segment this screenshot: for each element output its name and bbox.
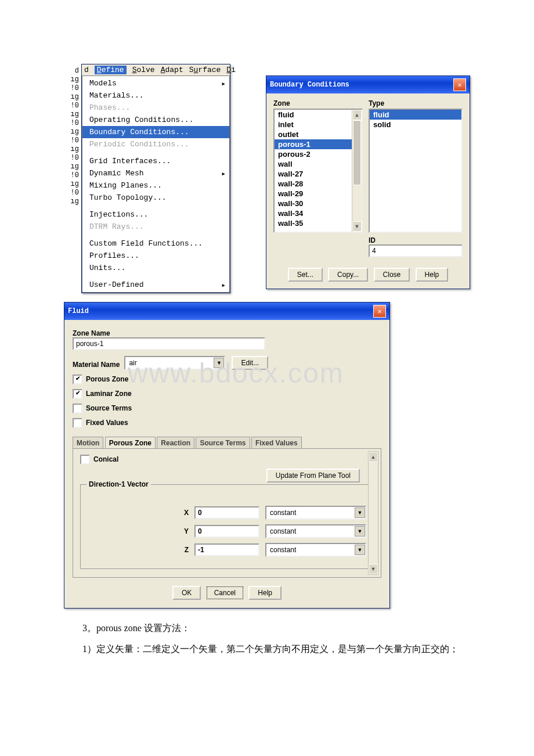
combo-value: constant bbox=[266, 546, 355, 554]
fixed-values-checkbox[interactable]: Fixed Values bbox=[73, 418, 381, 428]
menu-turbo-topology[interactable]: Turbo Topology... bbox=[82, 192, 229, 204]
chevron-down-icon[interactable]: ▼ bbox=[355, 545, 365, 555]
z-type-combo[interactable]: constant ▼ bbox=[265, 543, 366, 557]
menu-custom-field[interactable]: Custom Field Functions... bbox=[82, 237, 229, 250]
menu-units[interactable]: Units... bbox=[82, 262, 229, 274]
tab-source-terms[interactable]: Source Terms bbox=[196, 437, 250, 449]
titlebar: Fluid ✕ bbox=[64, 303, 389, 320]
conical-checkbox[interactable]: Conical bbox=[80, 455, 374, 465]
boundary-conditions-window: Boundary Conditions ✕ Zone fluidinletout… bbox=[266, 75, 470, 289]
y-type-combo[interactable]: constant ▼ bbox=[265, 524, 366, 538]
menu-boundary-conditions[interactable]: Boundary Conditions... bbox=[82, 126, 229, 138]
menu-models[interactable]: Models▸ bbox=[82, 77, 229, 89]
ok-button[interactable]: OK bbox=[172, 586, 201, 600]
menubar-adapt[interactable]: Adapt bbox=[161, 66, 183, 74]
menu-materials[interactable]: Materials... bbox=[82, 89, 229, 102]
window-title: Boundary Conditions bbox=[270, 81, 349, 89]
list-item[interactable]: wall-28 bbox=[275, 179, 362, 189]
direction-group: Update From Plane Tool Direction-1 Vecto… bbox=[80, 484, 374, 569]
edit-button[interactable]: Edit... bbox=[232, 356, 268, 370]
x-field[interactable] bbox=[194, 506, 259, 519]
titlebar: Boundary Conditions ✕ bbox=[266, 76, 470, 93]
x-type-combo[interactable]: constant ▼ bbox=[265, 506, 366, 520]
list-item[interactable]: wall-30 bbox=[275, 199, 362, 208]
id-label: ID bbox=[369, 236, 463, 244]
chevron-down-icon[interactable]: ▼ bbox=[355, 526, 365, 537]
menu-user-defined[interactable]: User-Defined▸ bbox=[82, 279, 229, 291]
menu-mixing-planes[interactable]: Mixing Planes... bbox=[82, 179, 229, 192]
y-label: Y bbox=[88, 527, 189, 535]
list-item[interactable]: wall-27 bbox=[275, 169, 362, 179]
gutter: dıg!0ıg!0ıg!0ıg!0ıg!0ıg!0ıg!0ıg bbox=[64, 64, 80, 302]
scrollbar[interactable]: ▲ ▼ bbox=[352, 110, 362, 232]
menubar-surface[interactable]: Surface bbox=[189, 66, 221, 74]
chevron-right-icon: ▸ bbox=[221, 169, 226, 178]
close-button[interactable]: Close bbox=[374, 268, 410, 282]
menu-grid-interfaces[interactable]: Grid Interfaces... bbox=[82, 155, 229, 167]
menu-profiles[interactable]: Profiles... bbox=[82, 250, 229, 262]
menubar-solve[interactable]: Solve bbox=[132, 66, 155, 74]
window-title: Fluid bbox=[68, 307, 89, 315]
menu-phases: Phases... bbox=[82, 102, 229, 114]
direction1-label: Direction-1 Vector bbox=[86, 480, 151, 488]
type-listbox[interactable]: fluidsolid bbox=[369, 109, 463, 233]
menubar[interactable]: d Define Solve Adapt Surface Di bbox=[82, 64, 230, 75]
material-name-combo[interactable]: air ▼ bbox=[124, 356, 225, 370]
copy-button[interactable]: Copy... bbox=[328, 268, 368, 282]
tab-motion[interactable]: Motion bbox=[73, 437, 103, 449]
scroll-down-icon[interactable]: ▼ bbox=[369, 564, 378, 574]
list-item[interactable]: porous-1 bbox=[275, 139, 362, 149]
porous-zone-checkbox[interactable]: ✔Porous Zone bbox=[73, 375, 381, 384]
set-button[interactable]: Set... bbox=[288, 268, 323, 282]
update-from-plane-button[interactable]: Update From Plane Tool bbox=[266, 469, 360, 483]
close-icon[interactable]: ✕ bbox=[453, 78, 466, 91]
menubar-define[interactable]: Define bbox=[95, 66, 127, 74]
tab-porous-zone[interactable]: Porous Zone bbox=[105, 437, 156, 449]
tab-pane: Conical Update From Plane Tool Direction… bbox=[73, 448, 381, 578]
y-field[interactable] bbox=[194, 525, 259, 538]
list-item[interactable]: wall bbox=[275, 159, 362, 169]
tab-reaction[interactable]: Reaction bbox=[157, 437, 194, 449]
z-field[interactable] bbox=[194, 543, 259, 556]
fluid-window: Fluid ✕ Zone Name Material Name air ▼ Ed… bbox=[64, 302, 390, 609]
scroll-up-icon[interactable]: ▲ bbox=[352, 110, 362, 120]
list-item[interactable]: fluid bbox=[275, 110, 362, 120]
scroll-down-icon[interactable]: ▼ bbox=[352, 221, 362, 232]
list-item[interactable]: wall-29 bbox=[275, 189, 362, 199]
menu-operating-conditions[interactable]: Operating Conditions... bbox=[82, 114, 229, 126]
menubar-display[interactable]: Di bbox=[226, 66, 236, 74]
body-text: 3。porous zone 设置方法： 1）定义矢量：二维定义一个矢量，第二个矢… bbox=[64, 620, 470, 657]
list-item[interactable]: outlet bbox=[275, 129, 362, 139]
menu-periodic-conditions: Periodic Conditions... bbox=[82, 138, 229, 150]
paragraph: 3。porous zone 设置方法： bbox=[64, 620, 470, 636]
list-item[interactable]: wall-34 bbox=[275, 208, 362, 218]
cancel-button[interactable]: Cancel bbox=[207, 586, 243, 599]
source-terms-checkbox[interactable]: Source Terms bbox=[73, 404, 381, 413]
list-item[interactable]: inlet bbox=[275, 120, 362, 129]
material-name-value: air bbox=[125, 359, 214, 367]
scroll-up-icon[interactable]: ▲ bbox=[369, 452, 378, 462]
scroll-thumb[interactable] bbox=[353, 120, 361, 185]
laminar-zone-checkbox[interactable]: ✔Laminar Zone bbox=[73, 389, 381, 399]
id-field[interactable] bbox=[369, 244, 463, 257]
chevron-down-icon[interactable]: ▼ bbox=[355, 507, 365, 518]
list-item[interactable]: solid bbox=[370, 120, 461, 129]
list-item[interactable]: wall-35 bbox=[275, 218, 362, 228]
menu-dynamic-mesh[interactable]: Dynamic Mesh▸ bbox=[82, 167, 229, 179]
list-item[interactable]: fluid bbox=[370, 110, 461, 120]
help-button[interactable]: Help bbox=[248, 586, 282, 600]
zone-listbox[interactable]: fluidinletoutletporous-1porous-2wallwall… bbox=[273, 109, 363, 233]
type-label: Type bbox=[369, 99, 463, 107]
tab-fixed-values[interactable]: Fixed Values bbox=[251, 437, 302, 449]
combo-value: constant bbox=[266, 509, 355, 517]
define-dropdown: Models▸ Materials... Phases... Operating… bbox=[82, 75, 230, 293]
zone-name-field[interactable] bbox=[73, 337, 265, 350]
list-item[interactable]: porous-2 bbox=[275, 149, 362, 159]
pane-scrollbar[interactable]: ▲ ▼ bbox=[368, 451, 378, 575]
chevron-down-icon[interactable]: ▼ bbox=[214, 358, 224, 368]
combo-value: constant bbox=[266, 527, 355, 535]
material-name-label: Material Name bbox=[73, 361, 120, 369]
menu-injections[interactable]: Injections... bbox=[82, 208, 229, 221]
close-icon[interactable]: ✕ bbox=[373, 305, 386, 318]
help-button[interactable]: Help bbox=[416, 268, 449, 282]
